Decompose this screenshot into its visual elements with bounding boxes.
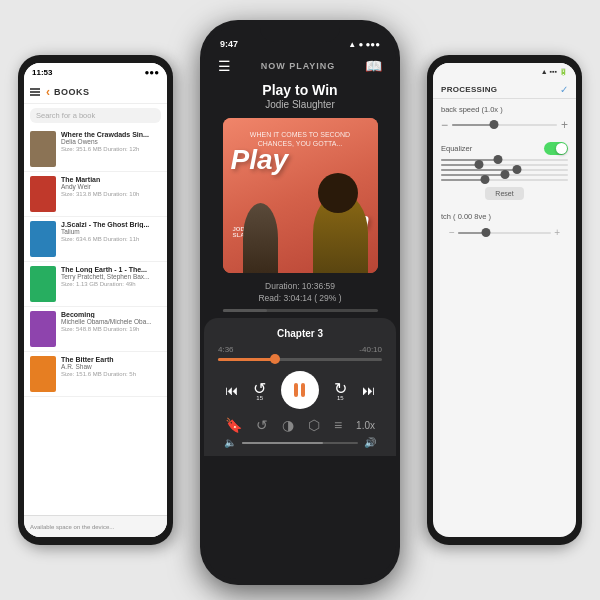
speed-slider-thumb <box>490 120 499 129</box>
equalizer-section: Equalizer <box>433 136 576 206</box>
list-item[interactable]: The Long Earth - 1 - The... Terry Pratch… <box>24 262 167 307</box>
left-time: 11:53 <box>32 68 52 77</box>
bookmark-button[interactable]: 🔖 <box>225 417 242 433</box>
speed-button[interactable]: 1.0x <box>356 420 375 431</box>
left-phone: 11:53 ●●● ‹ BOOKS Search for a book Wher… <box>18 55 173 545</box>
left-footer: Available space on the device... <box>24 515 167 537</box>
volume-low-icon: 🔈 <box>224 437 236 448</box>
book-meta: Size: 1.13 GB Duration: 49h <box>61 281 161 287</box>
back-arrow-icon[interactable]: ‹ <box>46 85 50 99</box>
left-header: ‹ BOOKS <box>24 81 167 104</box>
time-row: 4:36 -40:10 <box>218 345 382 354</box>
play-pause-button[interactable] <box>281 371 319 409</box>
eq-thumb-3 <box>513 165 522 174</box>
top-progress-bar[interactable] <box>223 309 378 312</box>
pitch-section: tch ( 0.00 8ve ) − + <box>433 206 576 242</box>
book-title: Becoming <box>61 311 161 318</box>
eq-slider-row <box>441 164 568 166</box>
pitch-label: tch ( 0.00 8ve ) <box>441 212 568 221</box>
book-list: Where the Crawdads Sin... Delia Owens Si… <box>24 127 167 397</box>
eq-slider-5[interactable] <box>441 179 568 181</box>
center-book-title: Play to Win <box>204 82 396 98</box>
bottom-icons-row: 🔖 ↺ ◑ ⬡ ≡ 1.0x <box>218 417 382 433</box>
right-phone-screen: ▲ ▪▪▪ 🔋 PROCESSING ✓ back speed (1.0x ) … <box>433 63 576 537</box>
airplay-button[interactable]: ⬡ <box>308 417 320 433</box>
album-art: WHEN IT COMES TO SECOND CHANCES, YOU GOT… <box>223 118 378 273</box>
fast-forward-button[interactable]: ⏭ <box>362 383 375 398</box>
speed-slider-fill <box>452 124 494 126</box>
book-icon[interactable]: 📖 <box>365 58 382 74</box>
eq-thumb-1 <box>494 155 503 164</box>
toggle-knob <box>556 143 567 154</box>
read-label: Read: 3:04:14 ( 29% ) <box>204 293 396 303</box>
list-item[interactable]: The Bitter Earth A.R. Shaw Size: 151.6 M… <box>24 352 167 397</box>
reset-button[interactable]: Reset <box>485 187 523 200</box>
book-meta: Size: 151.6 MB Duration: 5h <box>61 371 161 377</box>
rewind-button[interactable]: ⏮ <box>225 383 238 398</box>
list-item[interactable]: The Martian Andy Weir Size: 313.8 MB Dur… <box>24 172 167 217</box>
list-item[interactable]: Becoming Michelle Obama/Michele Oba... S… <box>24 307 167 352</box>
search-bar[interactable]: Search for a book <box>30 108 161 123</box>
eq-fill-2 <box>441 164 479 166</box>
menu-icon[interactable]: ☰ <box>218 58 231 74</box>
right-header-title: PROCESSING <box>441 85 497 94</box>
volume-row: 🔈 🔊 <box>218 437 382 448</box>
skip-back-button[interactable]: ↺ 15 <box>253 379 266 401</box>
speed-minus-button[interactable]: − <box>441 118 448 132</box>
book-title: The Bitter Earth <box>61 356 161 363</box>
scene: 11:53 ●●● ‹ BOOKS Search for a book Wher… <box>0 0 600 600</box>
eq-slider-row <box>441 159 568 161</box>
time-elapsed: 4:36 <box>218 345 234 354</box>
list-item[interactable]: Where the Crawdads Sin... Delia Owens Si… <box>24 127 167 172</box>
center-phone: 9:47 ▲ ● ●●● ☰ NOW PLAYING 📖 Play to Win… <box>200 20 400 585</box>
pitch-minus-button[interactable]: − <box>449 227 455 238</box>
notch <box>260 20 340 42</box>
center-header: ☰ NOW PLAYING 📖 <box>204 54 396 78</box>
book-meta: Size: 313.8 MB Duration: 10h <box>61 191 161 197</box>
chapter-progress-bar[interactable] <box>218 358 382 361</box>
left-phone-screen: 11:53 ●●● ‹ BOOKS Search for a book Wher… <box>24 63 167 537</box>
eq-fill-5 <box>441 179 485 181</box>
repeat-button[interactable]: ↺ <box>256 417 268 433</box>
pitch-plus-button[interactable]: + <box>554 227 560 238</box>
volume-slider[interactable] <box>242 442 358 444</box>
left-status-icons: ●●● <box>145 68 160 77</box>
book-author: Delia Owens <box>61 138 161 145</box>
book-info: The Martian Andy Weir Size: 313.8 MB Dur… <box>61 176 161 197</box>
speed-plus-button[interactable]: + <box>561 118 568 132</box>
eq-slider-row <box>441 174 568 176</box>
speed-label: back speed (1.0x ) <box>441 105 568 114</box>
eq-thumb-4 <box>500 170 509 179</box>
eq-fill-1 <box>441 159 498 161</box>
eq-slider-1[interactable] <box>441 159 568 161</box>
eq-label: Equalizer <box>441 144 472 153</box>
right-header: PROCESSING ✓ <box>433 81 576 99</box>
book-cover <box>30 176 56 212</box>
album-play-text: Play <box>231 146 289 174</box>
eq-slider-2[interactable] <box>441 164 568 166</box>
list-item[interactable]: J.Scalzi - The Ghost Brig... Talium Size… <box>24 217 167 262</box>
book-meta: Size: 634.6 MB Duration: 11h <box>61 236 161 242</box>
speed-slider[interactable] <box>452 124 557 126</box>
eq-slider-row <box>441 179 568 181</box>
volume-high-icon: 🔊 <box>364 437 376 448</box>
eq-slider-4[interactable] <box>441 174 568 176</box>
book-author: Andy Weir <box>61 183 161 190</box>
hamburger-icon[interactable] <box>30 88 40 96</box>
books-title: BOOKS <box>54 87 90 97</box>
moon-button[interactable]: ◑ <box>282 417 294 433</box>
book-author: Terry Pratchett, Stephen Bax... <box>61 273 161 280</box>
time-remaining: -40:10 <box>359 345 382 354</box>
right-check-icon[interactable]: ✓ <box>560 84 568 95</box>
skip-forward-button[interactable]: ↻ 15 <box>334 379 347 401</box>
book-cover <box>30 221 56 257</box>
book-cover <box>30 356 56 392</box>
pitch-slider[interactable] <box>458 232 551 234</box>
book-author: Talium <box>61 228 161 235</box>
book-title: The Long Earth - 1 - The... <box>61 266 161 273</box>
chapter-progress-thumb <box>270 354 280 364</box>
figure2 <box>313 193 368 273</box>
eq-toggle[interactable] <box>544 142 568 155</box>
eq-button[interactable]: ≡ <box>334 417 342 433</box>
figure1 <box>243 203 278 273</box>
